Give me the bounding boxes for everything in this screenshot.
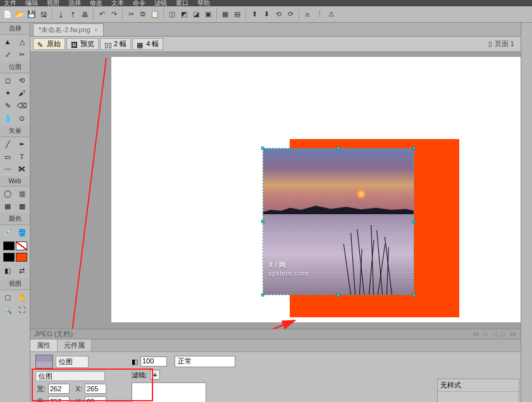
- menu-item[interactable]: 文件: [4, 0, 16, 6]
- warning-icon[interactable]: ⚠: [326, 9, 337, 20]
- menu-item[interactable]: 选择: [68, 0, 81, 6]
- show-slices-icon[interactable]: ▩: [15, 200, 29, 212]
- exclude-icon[interactable]: ▣: [203, 9, 213, 20]
- menu-item[interactable]: 帮助: [197, 0, 210, 6]
- freeform-tool-icon[interactable]: 〰: [1, 163, 15, 176]
- slice-tool-icon[interactable]: ▥: [15, 187, 29, 200]
- resize-handle[interactable]: [261, 293, 264, 296]
- subselect-tool-icon[interactable]: △: [15, 35, 29, 48]
- default-colors-icon[interactable]: ◧: [1, 264, 15, 277]
- stamp-tool-icon[interactable]: ⊙: [15, 112, 29, 125]
- add-filter-button[interactable]: +: [150, 370, 160, 380]
- brush-tool-icon[interactable]: 🖌: [15, 87, 29, 99]
- menu-item[interactable]: 文本: [111, 0, 124, 6]
- screen-mode-icon[interactable]: ▢: [1, 291, 15, 303]
- swap-colors-icon[interactable]: ⇄: [16, 264, 29, 277]
- send-back-icon[interactable]: ⬇: [261, 9, 271, 20]
- subtract-icon[interactable]: ◩: [179, 9, 189, 20]
- redo-icon[interactable]: ↷: [109, 9, 119, 20]
- line-tool-icon[interactable]: ╱: [1, 138, 15, 150]
- hide-slices-icon[interactable]: ▦: [1, 200, 15, 212]
- filter-list[interactable]: [132, 382, 206, 402]
- import-icon[interactable]: ⭳: [56, 9, 66, 20]
- blend-mode-select[interactable]: 正常: [175, 356, 235, 367]
- intersect-icon[interactable]: ◪: [191, 9, 201, 20]
- first-frame-icon[interactable]: ⏮: [473, 330, 479, 338]
- bring-front-icon[interactable]: ⬆: [249, 9, 259, 20]
- menu-item[interactable]: 滤镜: [154, 0, 167, 6]
- view-2up-button[interactable]: ▯▯2 幅: [100, 38, 131, 50]
- menu-item[interactable]: 编辑: [25, 0, 38, 6]
- document-tab[interactable]: *未命名-2.fw.png ×: [33, 23, 104, 36]
- bitmap-selection[interactable]: X / 网 system.com: [263, 148, 414, 295]
- rect-tool-icon[interactable]: ▭: [1, 150, 15, 163]
- hand-tool-icon[interactable]: ✋: [15, 291, 29, 303]
- fill-swatch-orange[interactable]: [16, 253, 27, 262]
- blur-tool-icon[interactable]: 💧: [1, 112, 15, 125]
- width-input[interactable]: [48, 384, 70, 394]
- hotspot-tool-icon[interactable]: ◯: [1, 187, 15, 200]
- open-icon[interactable]: 📂: [15, 9, 25, 20]
- resize-handle[interactable]: [337, 147, 340, 150]
- crop-tool-icon[interactable]: ✂: [15, 48, 29, 61]
- rotate-left-icon[interactable]: ⟲: [273, 9, 283, 20]
- menu-item[interactable]: 窗口: [176, 0, 189, 6]
- save-all-icon[interactable]: 🖫: [39, 9, 49, 20]
- ungroup-icon[interactable]: ▤: [232, 9, 242, 20]
- pen-tool-icon[interactable]: ✒: [15, 138, 29, 150]
- distribute-icon[interactable]: ⋮: [314, 9, 325, 20]
- eyedropper-tool-icon[interactable]: 💉: [1, 226, 15, 239]
- menu-item[interactable]: 视图: [47, 0, 59, 6]
- paste-icon[interactable]: 📋: [150, 9, 160, 20]
- print-icon[interactable]: 🖶: [80, 9, 90, 20]
- fit-icon[interactable]: ⛶: [15, 303, 29, 316]
- last-frame-icon[interactable]: ⏭: [510, 330, 517, 338]
- stroke-none-swatch[interactable]: [16, 241, 27, 250]
- text-tool-icon[interactable]: T: [15, 150, 29, 163]
- page-indicator[interactable]: ▯页面 1: [488, 39, 518, 49]
- play-icon[interactable]: ▷: [483, 330, 488, 338]
- x-input[interactable]: [85, 384, 106, 394]
- fill-swatch-black[interactable]: [3, 253, 15, 262]
- menu-item[interactable]: 命令: [133, 0, 145, 6]
- zoom-tool-icon[interactable]: 🔍: [1, 303, 15, 316]
- knife-tool-icon[interactable]: ✀: [15, 163, 29, 176]
- resize-handle[interactable]: [261, 147, 264, 150]
- pointer-tool-icon[interactable]: ▲: [1, 35, 15, 48]
- view-preview-button[interactable]: 🖼预览: [66, 38, 99, 50]
- eraser-tool-icon[interactable]: ⌫: [15, 99, 29, 112]
- view-original-button[interactable]: ✎原始: [33, 38, 65, 50]
- union-icon[interactable]: ◫: [167, 9, 177, 20]
- stroke-swatch[interactable]: [3, 241, 15, 250]
- canvas-area[interactable]: X / 网 system.com: [30, 52, 521, 329]
- close-icon[interactable]: ×: [94, 27, 98, 34]
- object-name-input[interactable]: [35, 371, 105, 381]
- view-4up-button[interactable]: ▦4 幅: [132, 38, 163, 50]
- copy-icon[interactable]: ⧉: [138, 9, 148, 20]
- opacity-input[interactable]: 100: [140, 356, 167, 367]
- resize-handle[interactable]: [412, 293, 416, 296]
- resize-handle[interactable]: [412, 220, 416, 223]
- prev-frame-icon[interactable]: ◁: [492, 330, 497, 338]
- menu-item[interactable]: 修改: [90, 0, 102, 6]
- scale-tool-icon[interactable]: ⤢: [1, 48, 15, 61]
- rotate-right-icon[interactable]: ⟳: [285, 9, 295, 20]
- bucket-tool-icon[interactable]: 🪣: [16, 226, 29, 239]
- right-dock[interactable]: [521, 23, 532, 402]
- wand-tool-icon[interactable]: ✦: [1, 87, 15, 99]
- y-input[interactable]: [85, 396, 106, 402]
- resize-handle[interactable]: [337, 293, 340, 296]
- resize-handle[interactable]: [412, 147, 416, 150]
- save-icon[interactable]: 💾: [27, 9, 37, 20]
- group-icon[interactable]: ▦: [220, 9, 230, 20]
- resize-handle[interactable]: [261, 220, 264, 223]
- next-frame-icon[interactable]: ▷: [501, 330, 506, 338]
- new-icon[interactable]: 📄: [3, 9, 13, 20]
- tab-symbol-props[interactable]: 元件属: [58, 339, 92, 351]
- lasso-tool-icon[interactable]: ⟲: [15, 74, 29, 87]
- undo-icon[interactable]: ↶: [97, 9, 107, 20]
- cut-icon[interactable]: ✂: [126, 9, 136, 20]
- tab-properties[interactable]: 属性: [30, 339, 58, 351]
- pencil-tool-icon[interactable]: ✎: [1, 99, 15, 112]
- marquee-tool-icon[interactable]: ◻: [1, 74, 15, 87]
